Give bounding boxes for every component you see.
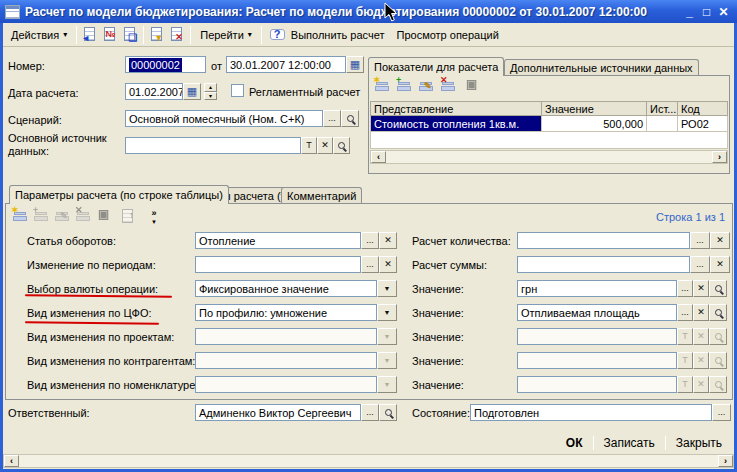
- spin-up-icon[interactable]: ▴: [204, 83, 217, 92]
- title-bar[interactable]: Расчет по модели бюджетирования: Расчет …: [0, 0, 737, 23]
- params-add-button[interactable]: ✶: [12, 208, 30, 226]
- column-header-presentation[interactable]: Представление: [370, 101, 542, 116]
- calc-date-calendar-button[interactable]: ▦: [183, 83, 201, 100]
- table-cell-source[interactable]: [646, 116, 678, 132]
- responsible-input[interactable]: Админенко Виктор Сергеевич: [195, 404, 361, 421]
- params-add-copy-button[interactable]: +: [33, 208, 51, 226]
- view-operations-button[interactable]: Просмотр операций: [391, 25, 505, 45]
- select-button[interactable]: ...: [690, 256, 710, 273]
- indicators-hscrollbar[interactable]: ‹ ›: [370, 150, 728, 164]
- text-type-button[interactable]: T: [677, 328, 693, 345]
- open-button[interactable]: [379, 404, 397, 421]
- select-button[interactable]: ...: [361, 256, 379, 273]
- scroll-left-icon[interactable]: ‹: [371, 151, 386, 163]
- write-button[interactable]: Записать: [594, 434, 665, 452]
- value-input[interactable]: [517, 376, 677, 393]
- value-area-input[interactable]: Отпливаемая площадь: [517, 304, 677, 321]
- clear-button[interactable]: ✕: [710, 256, 730, 273]
- calc-date-spinner[interactable]: ▴ ▾: [204, 83, 217, 100]
- reglament-checkbox[interactable]: [231, 84, 244, 97]
- select-button[interactable]: ...: [677, 280, 693, 297]
- undo-posting-button[interactable]: ✕: [168, 26, 186, 44]
- open-button[interactable]: [709, 280, 727, 297]
- column-header-value[interactable]: Значение: [541, 101, 647, 116]
- text-type-button[interactable]: T: [677, 376, 693, 393]
- turnover-item-input[interactable]: Отопление: [195, 232, 361, 249]
- scenario-open-button[interactable]: [341, 110, 359, 127]
- value-currency-input[interactable]: грн: [517, 280, 677, 297]
- datetime-calendar-button[interactable]: ▦: [346, 56, 364, 73]
- minimize-button[interactable]: _: [681, 4, 698, 20]
- post-document-button[interactable]: ▼: [148, 26, 166, 44]
- dropdown-button[interactable]: ▼: [377, 376, 397, 393]
- indicator-edit-button[interactable]: ✎: [418, 78, 436, 96]
- source-input[interactable]: [125, 137, 301, 154]
- period-change-input[interactable]: [195, 256, 361, 273]
- tab-indicators[interactable]: Показатели для расчета: [368, 57, 504, 76]
- execute-calculation-button[interactable]: Выполнить расчет: [285, 25, 391, 45]
- sum-calc-input[interactable]: [517, 256, 690, 273]
- form-hscrollbar[interactable]: ‹ ›: [3, 454, 734, 468]
- table-cell-presentation[interactable]: Стоимость отопления 1кв.м.: [370, 116, 542, 132]
- params-save-button[interactable]: ▣: [96, 208, 114, 226]
- nomenclature-change-kind-dropdown[interactable]: [195, 376, 377, 393]
- scenario-input[interactable]: Основной помесячный (Ном. С+К): [125, 110, 323, 127]
- tab-comment[interactable]: Комментарий: [281, 187, 362, 204]
- indicator-add-button[interactable]: ✶: [374, 78, 392, 96]
- quantity-calc-input[interactable]: [517, 232, 690, 249]
- number-input[interactable]: 00000002: [125, 56, 206, 73]
- contractors-change-kind-dropdown[interactable]: [195, 352, 377, 369]
- clear-button[interactable]: ✕: [379, 256, 397, 273]
- clear-button[interactable]: ✕: [379, 232, 397, 249]
- table-cell-code[interactable]: РО02: [677, 116, 728, 132]
- tab-params-by-row[interactable]: Параметры расчета (по строке таблицы): [9, 185, 229, 204]
- params-delete-button[interactable]: ✕: [75, 208, 93, 226]
- scroll-right-icon[interactable]: ›: [712, 151, 727, 163]
- column-header-source[interactable]: Ист...: [646, 101, 678, 116]
- indicator-delete-button[interactable]: ✕: [440, 78, 458, 96]
- clear-button[interactable]: ✕: [693, 304, 709, 321]
- select-button[interactable]: ...: [361, 404, 379, 421]
- toolbar-overflow-button[interactable]: » ▼: [146, 209, 162, 227]
- dropdown-button[interactable]: ▼: [377, 352, 397, 369]
- scenario-select-button[interactable]: ...: [323, 110, 341, 127]
- column-header-code[interactable]: Код: [677, 101, 728, 116]
- goto-menu-button[interactable]: Перейти ▾: [194, 25, 258, 45]
- scroll-right-icon[interactable]: ›: [718, 455, 733, 467]
- source-clear-button[interactable]: ✕: [317, 137, 333, 154]
- close-button[interactable]: ✕: [715, 4, 732, 20]
- select-button[interactable]: ...: [677, 304, 693, 321]
- clear-button[interactable]: ✕: [693, 376, 709, 393]
- reread-button[interactable]: ◄: [81, 26, 99, 44]
- close-form-button[interactable]: Закрыть: [666, 434, 732, 452]
- dropdown-button[interactable]: ▼: [377, 304, 397, 321]
- currency-choice-dropdown[interactable]: Фиксированное значение: [195, 280, 377, 297]
- text-type-button[interactable]: T: [677, 352, 693, 369]
- select-button[interactable]: ...: [361, 232, 379, 249]
- value-input[interactable]: [517, 352, 677, 369]
- maximize-button[interactable]: □: [698, 4, 715, 20]
- open-button[interactable]: [709, 352, 727, 369]
- spin-down-icon[interactable]: ▾: [204, 92, 217, 101]
- open-button[interactable]: [709, 376, 727, 393]
- open-button[interactable]: [709, 328, 727, 345]
- dropdown-button[interactable]: ▼: [377, 280, 397, 297]
- ok-button[interactable]: ОК: [556, 434, 593, 452]
- params-edit-button[interactable]: ✎: [54, 208, 72, 226]
- value-input[interactable]: [517, 328, 677, 345]
- select-button[interactable]: ...: [712, 404, 731, 421]
- actions-menu-button[interactable]: Действия ▾: [5, 25, 73, 45]
- dropdown-button[interactable]: ▼: [377, 328, 397, 345]
- copy-button[interactable]: ❏: [121, 26, 139, 44]
- datetime-input[interactable]: 30.01.2007 12:00:00: [226, 56, 346, 73]
- indicator-add-copy-button[interactable]: +: [396, 78, 414, 96]
- select-button[interactable]: ...: [690, 232, 710, 249]
- tab-additional-sources[interactable]: Дополнительные источники данных: [504, 59, 699, 76]
- indicator-save-button[interactable]: ▣: [464, 78, 482, 96]
- renumber-button[interactable]: №: [101, 26, 119, 44]
- projects-change-kind-dropdown[interactable]: [195, 328, 377, 345]
- clear-button[interactable]: ✕: [693, 280, 709, 297]
- clear-button[interactable]: ✕: [710, 232, 730, 249]
- clear-button[interactable]: ✕: [693, 328, 709, 345]
- open-button[interactable]: [709, 304, 727, 321]
